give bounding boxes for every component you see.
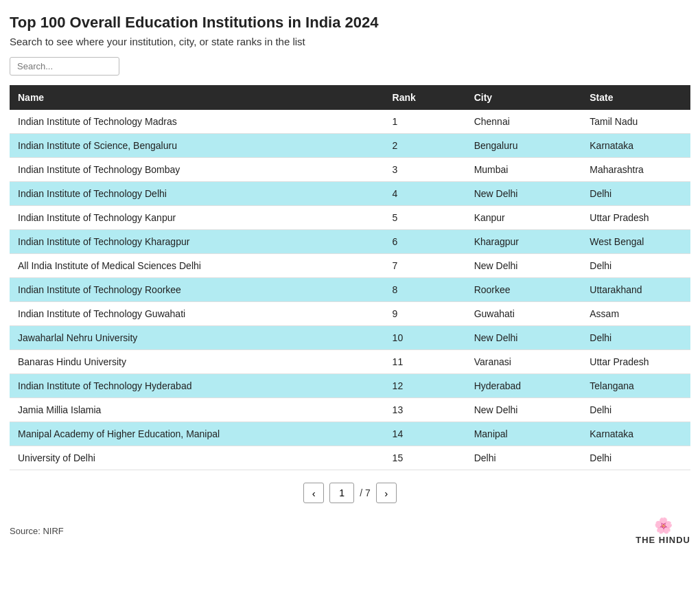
cell-state: Delhi <box>581 326 690 350</box>
page-subtitle: Search to see where your institution, ci… <box>10 36 690 47</box>
cell-rank: 7 <box>384 254 466 278</box>
table-row: Indian Institute of Technology Kharagpur… <box>10 230 690 254</box>
header-rank: Rank <box>384 85 466 110</box>
header-state: State <box>581 85 690 110</box>
table-row: Indian Institute of Technology Madras 1 … <box>10 110 690 134</box>
table-row: Indian Institute of Technology Roorkee 8… <box>10 278 690 302</box>
cell-state: Uttar Pradesh <box>581 206 690 230</box>
cell-rank: 1 <box>384 110 466 134</box>
cell-name: Indian Institute of Technology Hyderabad <box>10 374 384 398</box>
cell-rank: 3 <box>384 158 466 182</box>
cell-state: Maharashtra <box>581 158 690 182</box>
table-row: Indian Institute of Technology Bombay 3 … <box>10 158 690 182</box>
cell-name: Jamia Millia Islamia <box>10 398 384 422</box>
cell-city: Chennai <box>466 110 582 134</box>
next-page-button[interactable]: › <box>376 483 397 503</box>
table-row: Jamia Millia Islamia 13 New Delhi Delhi <box>10 398 690 422</box>
cell-state: Karnataka <box>581 422 690 446</box>
table-row: All India Institute of Medical Sciences … <box>10 254 690 278</box>
cell-state: Assam <box>581 302 690 326</box>
search-input[interactable] <box>10 57 119 76</box>
table-row: Banaras Hindu University 11 Varanasi Utt… <box>10 350 690 374</box>
cell-rank: 11 <box>384 350 466 374</box>
cell-rank: 9 <box>384 302 466 326</box>
cell-rank: 2 <box>384 134 466 158</box>
cell-state: West Bengal <box>581 230 690 254</box>
cell-city: Mumbai <box>466 158 582 182</box>
cell-name: Indian Institute of Technology Bombay <box>10 158 384 182</box>
logo-area: 🌸 THE HINDU <box>635 517 690 545</box>
table-row: Indian Institute of Science, Bengaluru 2… <box>10 134 690 158</box>
cell-city: Hyderabad <box>466 374 582 398</box>
cell-city: New Delhi <box>466 326 582 350</box>
table-header-row: Name Rank City State <box>10 85 690 110</box>
header-city: City <box>466 85 582 110</box>
cell-city: Bengaluru <box>466 134 582 158</box>
cell-name: University of Delhi <box>10 446 384 470</box>
cell-city: Kharagpur <box>466 230 582 254</box>
cell-rank: 10 <box>384 326 466 350</box>
cell-rank: 15 <box>384 446 466 470</box>
cell-city: Manipal <box>466 422 582 446</box>
search-container <box>10 57 690 76</box>
pagination: ‹ / 7 › <box>10 483 690 503</box>
cell-name: Indian Institute of Technology Kanpur <box>10 206 384 230</box>
cell-name: All India Institute of Medical Sciences … <box>10 254 384 278</box>
logo-text: THE HINDU <box>635 535 690 545</box>
cell-state: Delhi <box>581 182 690 206</box>
cell-name: Manipal Academy of Higher Education, Man… <box>10 422 384 446</box>
table-row: Indian Institute of Technology Hyderabad… <box>10 374 690 398</box>
cell-rank: 6 <box>384 230 466 254</box>
cell-state: Karnataka <box>581 134 690 158</box>
page-number-input[interactable] <box>329 483 354 503</box>
cell-rank: 4 <box>384 182 466 206</box>
institutions-table: Name Rank City State Indian Institute of… <box>10 85 690 470</box>
cell-name: Indian Institute of Technology Madras <box>10 110 384 134</box>
table-row: Manipal Academy of Higher Education, Man… <box>10 422 690 446</box>
page-total: / 7 <box>360 487 371 498</box>
cell-city: Roorkee <box>466 278 582 302</box>
cell-rank: 12 <box>384 374 466 398</box>
footer: Source: NIRF 🌸 THE HINDU <box>10 517 690 545</box>
source-text: Source: NIRF <box>10 526 64 536</box>
cell-state: Delhi <box>581 446 690 470</box>
cell-city: New Delhi <box>466 254 582 278</box>
cell-state: Telangana <box>581 374 690 398</box>
cell-name: Indian Institute of Technology Kharagpur <box>10 230 384 254</box>
cell-city: Delhi <box>466 446 582 470</box>
cell-city: Varanasi <box>466 350 582 374</box>
cell-name: Indian Institute of Technology Roorkee <box>10 278 384 302</box>
cell-name: Banaras Hindu University <box>10 350 384 374</box>
prev-page-button[interactable]: ‹ <box>303 483 324 503</box>
logo-icon: 🌸 <box>654 517 673 535</box>
cell-state: Delhi <box>581 254 690 278</box>
cell-name: Indian Institute of Technology Guwahati <box>10 302 384 326</box>
cell-state: Tamil Nadu <box>581 110 690 134</box>
cell-city: Guwahati <box>466 302 582 326</box>
cell-city: New Delhi <box>466 398 582 422</box>
cell-rank: 8 <box>384 278 466 302</box>
cell-city: New Delhi <box>466 182 582 206</box>
cell-name: Jawaharlal Nehru University <box>10 326 384 350</box>
cell-rank: 14 <box>384 422 466 446</box>
cell-city: Kanpur <box>466 206 582 230</box>
table-row: Indian Institute of Technology Kanpur 5 … <box>10 206 690 230</box>
cell-state: Uttarakhand <box>581 278 690 302</box>
table-row: University of Delhi 15 Delhi Delhi <box>10 446 690 470</box>
table-row: Jawaharlal Nehru University 10 New Delhi… <box>10 326 690 350</box>
table-row: Indian Institute of Technology Guwahati … <box>10 302 690 326</box>
table-row: Indian Institute of Technology Delhi 4 N… <box>10 182 690 206</box>
page-title: Top 100 Overall Education Institutions i… <box>10 14 690 32</box>
header-name: Name <box>10 85 384 110</box>
cell-name: Indian Institute of Science, Bengaluru <box>10 134 384 158</box>
cell-rank: 13 <box>384 398 466 422</box>
cell-rank: 5 <box>384 206 466 230</box>
cell-name: Indian Institute of Technology Delhi <box>10 182 384 206</box>
cell-state: Uttar Pradesh <box>581 350 690 374</box>
cell-state: Delhi <box>581 398 690 422</box>
